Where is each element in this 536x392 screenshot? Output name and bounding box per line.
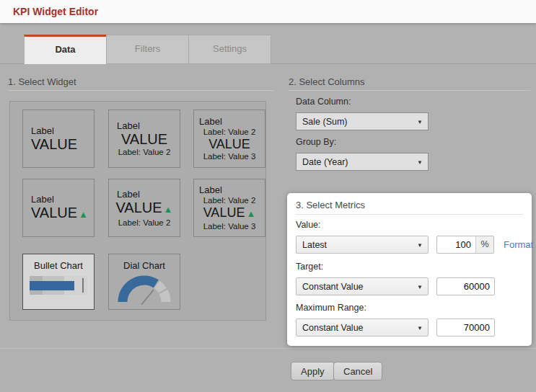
tile-label: Label xyxy=(31,125,94,136)
chevron-down-icon: ▼ xyxy=(417,284,423,290)
section-select-widget-title: 1. Select Widget xyxy=(8,76,76,87)
target-amount-input[interactable] xyxy=(436,277,495,295)
format-link[interactable]: Format xyxy=(504,239,533,250)
tile-subvalue: Label: Value 2 xyxy=(194,195,265,205)
tile-label: Dial Chart xyxy=(109,260,180,271)
divider xyxy=(8,90,273,91)
chevron-down-icon: ▼ xyxy=(417,325,423,331)
widget-tile-bullet-chart[interactable]: Bullet Chart xyxy=(22,254,95,310)
cancel-button[interactable]: Cancel xyxy=(333,362,382,380)
value-method-select[interactable]: Latest ▼ xyxy=(296,236,429,254)
widget-tile-value-trend-two-subs[interactable]: Label Label: Value 2 VALUE▲ Label: Value… xyxy=(193,179,265,237)
trend-up-icon: ▲ xyxy=(246,208,255,219)
kpi-widget-editor-dialog: KPI Widget Editor Data Filters Settings … xyxy=(0,0,536,392)
widget-tile-value-sub[interactable]: Label VALUE Label: Value 2 xyxy=(108,110,180,168)
value-label: Value: xyxy=(296,220,321,230)
tile-subvalue: Label: Value 2 xyxy=(194,127,265,137)
data-column-label: Data Column: xyxy=(296,97,351,107)
value-amount-input[interactable] xyxy=(436,236,476,254)
bullet-chart-icon xyxy=(30,276,87,295)
dialog-title: KPI Widget Editor xyxy=(13,6,98,17)
section-select-columns-title: 2. Select Columns xyxy=(289,76,365,87)
group-by-label: Group By: xyxy=(296,137,336,147)
tab-strip: Data Filters Settings xyxy=(0,23,536,64)
tile-subvalue: Label: Value 2 xyxy=(109,218,180,228)
trend-up-icon: ▲ xyxy=(164,204,173,215)
group-by-select[interactable]: Date (Year) ▼ xyxy=(296,153,429,171)
tile-label: Label xyxy=(31,194,94,205)
apply-button[interactable]: Apply xyxy=(291,362,335,380)
chevron-down-icon: ▼ xyxy=(417,159,423,166)
chevron-down-icon: ▼ xyxy=(417,119,423,125)
divider xyxy=(296,214,523,215)
divider xyxy=(289,90,530,91)
dialog-header: KPI Widget Editor xyxy=(0,0,536,23)
select-metrics-panel: 3. Select Metrics Value: Latest ▼ % Form… xyxy=(287,193,532,346)
trend-up-icon: ▲ xyxy=(79,209,88,220)
tile-subvalue: Label: Value 2 xyxy=(109,147,180,157)
tile-value: VALUE▲ xyxy=(194,205,265,221)
tab-filters[interactable]: Filters xyxy=(106,35,189,64)
maximum-range-amount-input[interactable] xyxy=(436,318,495,337)
tile-label: Label xyxy=(194,116,265,127)
tab-data[interactable]: Data xyxy=(24,35,107,64)
tile-subvalue: Label: Value 3 xyxy=(194,221,265,231)
widget-tile-dial-chart[interactable]: Dial Chart xyxy=(108,254,180,310)
tile-subvalue: Label: Value 3 xyxy=(194,151,265,161)
maximum-range-method-select[interactable]: Constant Value ▼ xyxy=(296,318,429,337)
target-method-select[interactable]: Constant Value ▼ xyxy=(296,277,429,295)
target-label: Target: xyxy=(296,262,323,272)
maximum-range-label: Maximum Range: xyxy=(296,303,366,313)
tile-value: VALUE▲ xyxy=(109,200,180,218)
tab-bar: Data Filters Settings xyxy=(24,35,271,64)
chevron-down-icon: ▼ xyxy=(417,242,423,249)
tab-settings[interactable]: Settings xyxy=(188,35,271,64)
tile-value: VALUE xyxy=(194,137,265,151)
data-column-select[interactable]: Sale (Sum) ▼ xyxy=(296,112,429,130)
divider xyxy=(0,348,536,349)
tile-value: VALUE xyxy=(31,136,94,152)
section-select-metrics-title: 3. Select Metrics xyxy=(296,200,365,210)
widget-tile-label-value[interactable]: Label VALUE xyxy=(22,110,95,168)
widget-tile-label-value-trend[interactable]: Label VALUE▲ xyxy=(22,179,95,237)
widget-picker: Label VALUE Label VALUE Label: Value 2 L… xyxy=(9,101,266,321)
percent-suffix: % xyxy=(475,236,494,254)
widget-tile-value-two-subs[interactable]: Label Label: Value 2 VALUE Label: Value … xyxy=(193,110,265,168)
widget-tile-value-trend-sub[interactable]: Label VALUE▲ Label: Value 2 xyxy=(108,179,180,237)
tile-label: Label xyxy=(109,120,180,131)
tile-value: VALUE▲ xyxy=(31,205,94,223)
tile-value: VALUE xyxy=(109,131,180,147)
tile-label: Label xyxy=(194,184,265,195)
tile-label: Bullet Chart xyxy=(23,260,94,271)
dial-chart-icon xyxy=(117,273,172,306)
tile-label: Label xyxy=(109,189,180,200)
